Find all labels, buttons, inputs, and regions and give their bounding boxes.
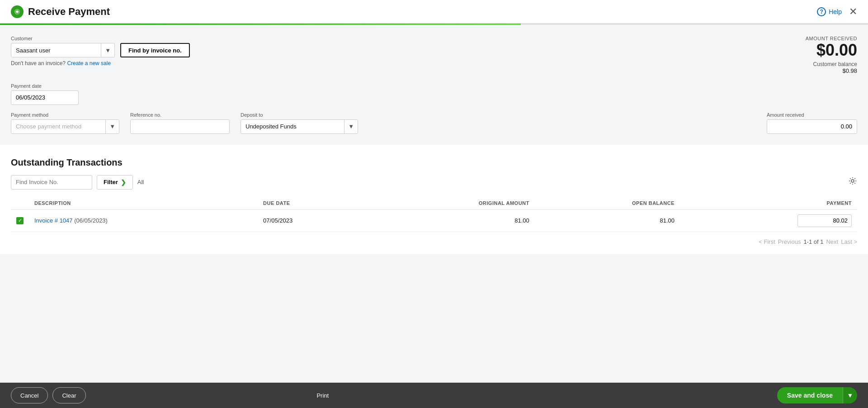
pagination-last: Last > — [841, 238, 857, 245]
table-header: DESCRIPTION DUE DATE ORIGINAL AMOUNT OPE… — [11, 197, 857, 210]
transactions-body: ✓ Invoice # 1047 (06/05/2023) 07/05/2023… — [11, 209, 857, 232]
clear-button[interactable]: Clear — [52, 387, 85, 403]
customer-select[interactable]: ▼ — [11, 43, 115, 57]
pagination: < First Previous 1-1 of 1 Next Last > — [11, 238, 857, 245]
customer-input[interactable] — [11, 43, 101, 57]
col-open-balance: OPEN BALANCE — [535, 197, 680, 210]
logo-icon — [14, 8, 21, 15]
find-invoice-button[interactable]: Find by invoice no. — [120, 43, 190, 57]
no-invoice-text: Don't have an invoice? Create a new sale — [11, 60, 190, 66]
customer-dropdown-arrow[interactable]: ▼ — [101, 43, 114, 57]
col-original-amount: ORIGINAL AMOUNT — [368, 197, 535, 210]
help-link[interactable]: ? Help — [817, 7, 842, 16]
amount-received-input[interactable] — [767, 119, 857, 134]
customer-label: Customer — [11, 36, 190, 41]
deposit-field: Deposit to Undeposited Funds ▼ — [241, 112, 358, 134]
payment-method-dropdown-arrow[interactable]: ▼ — [105, 120, 119, 133]
settings-gear-icon[interactable] — [848, 176, 857, 188]
payment-date-input[interactable] — [11, 90, 79, 105]
top-section: Customer ▼ Find by invoice no. Don't hav… — [0, 25, 868, 83]
row-checkbox-cell[interactable]: ✓ — [11, 209, 29, 232]
pagination-previous: Previous — [778, 238, 801, 245]
cancel-button[interactable]: Cancel — [11, 387, 48, 403]
col-checkbox — [11, 197, 29, 210]
pagination-next: Next — [826, 238, 838, 245]
transactions-toolbar: Filter ❯ All — [11, 175, 857, 190]
customer-balance-label: Customer balance — [806, 61, 857, 67]
help-circle-icon: ? — [817, 7, 826, 16]
help-label: Help — [829, 8, 842, 15]
col-description: DESCRIPTION — [29, 197, 258, 210]
amount-received-field-label: Amount received — [767, 112, 857, 118]
invoice-link[interactable]: Invoice # 1047 — [34, 217, 73, 224]
page-title: Receive Payment — [28, 6, 110, 18]
filter-all-label[interactable]: All — [137, 179, 144, 185]
save-close-container: Save and close ▼ — [777, 387, 857, 403]
pagination-first: < First — [759, 238, 775, 245]
app-logo — [11, 5, 24, 18]
bottom-bar: Cancel Clear Print Save and close ▼ — [0, 383, 868, 408]
invoice-date: (06/05/2023) — [74, 217, 108, 224]
customer-row: ▼ Find by invoice no. — [11, 43, 190, 57]
save-close-chevron-icon: ▼ — [847, 392, 854, 399]
payment-row: Payment method Choose payment method ▼ R… — [11, 112, 857, 134]
payment-method-select[interactable]: Choose payment method ▼ — [11, 119, 119, 134]
customer-section: Customer ▼ Find by invoice no. Don't hav… — [11, 36, 190, 66]
row-original-amount: 81.00 — [368, 209, 535, 232]
find-invoice-input[interactable] — [11, 175, 92, 190]
row-payment-cell[interactable] — [680, 209, 857, 232]
payment-method-label: Payment method — [11, 112, 119, 118]
customer-balance-value: $0.98 — [806, 67, 857, 74]
reference-field: Reference no. — [130, 112, 230, 134]
row-checkbox-checked[interactable]: ✓ — [16, 217, 24, 224]
header-left: Receive Payment — [11, 5, 110, 18]
filter-label: Filter — [104, 179, 118, 185]
amount-received-field: Amount received — [767, 112, 857, 134]
header-right: ? Help ✕ — [817, 7, 857, 17]
row-open-balance: 81.00 — [535, 209, 680, 232]
deposit-dropdown-arrow[interactable]: ▼ — [344, 120, 358, 133]
reference-input[interactable] — [130, 119, 230, 134]
transactions-section: Outstanding Transactions Filter ❯ All DE… — [0, 145, 868, 254]
table-row: ✓ Invoice # 1047 (06/05/2023) 07/05/2023… — [11, 209, 857, 232]
customer-field: Customer ▼ Find by invoice no. Don't hav… — [11, 36, 190, 66]
filter-chevron-icon: ❯ — [121, 179, 126, 186]
filter-button[interactable]: Filter ❯ — [97, 175, 133, 190]
save-close-dropdown-button[interactable]: ▼ — [843, 387, 857, 403]
col-payment: PAYMENT — [680, 197, 857, 210]
amount-summary: AMOUNT RECEIVED $0.00 Customer balance $… — [806, 36, 857, 74]
transactions-table: DESCRIPTION DUE DATE ORIGINAL AMOUNT OPE… — [11, 197, 857, 232]
header: Receive Payment ? Help ✕ — [0, 0, 868, 24]
row-payment-input[interactable] — [797, 214, 852, 227]
row-description: Invoice # 1047 (06/05/2023) — [29, 209, 258, 232]
close-button[interactable]: ✕ — [849, 7, 857, 17]
payment-method-placeholder: Choose payment method — [11, 123, 105, 130]
svg-point-1 — [851, 180, 854, 182]
checkmark-icon: ✓ — [18, 218, 22, 223]
deposit-label: Deposit to — [241, 112, 358, 118]
deposit-value: Undeposited Funds — [241, 123, 344, 130]
transactions-title: Outstanding Transactions — [11, 157, 857, 168]
save-close-button[interactable]: Save and close — [777, 387, 843, 403]
pagination-info: 1-1 of 1 — [803, 238, 823, 245]
deposit-select[interactable]: Undeposited Funds ▼ — [241, 119, 358, 134]
payment-details-section: Payment date Payment method Choose payme… — [0, 83, 868, 145]
row-due-date: 07/05/2023 — [258, 209, 367, 232]
payment-method-field: Payment method Choose payment method ▼ — [11, 112, 119, 134]
amount-received-value: $0.00 — [806, 41, 857, 59]
payment-date-label: Payment date — [11, 83, 857, 89]
payment-date-group: Payment date — [11, 83, 857, 105]
col-due-date: DUE DATE — [258, 197, 367, 210]
reference-label: Reference no. — [130, 112, 230, 118]
create-sale-link[interactable]: Create a new sale — [67, 60, 111, 66]
print-button[interactable]: Print — [307, 387, 338, 403]
